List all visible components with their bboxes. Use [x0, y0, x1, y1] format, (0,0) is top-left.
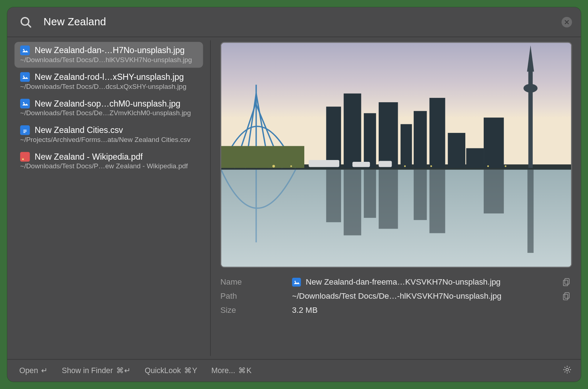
svg-point-57 [566, 368, 569, 371]
meta-value-path: ~/Downloads/Test Docs/De…-hlKVSVKH7No-un… [292, 291, 553, 301]
svg-rect-36 [326, 170, 341, 222]
show-in-finder-action[interactable]: Show in Finder ⌘↵ [62, 366, 131, 375]
svg-rect-39 [379, 170, 398, 229]
result-path: ~/Downloads/Test Docs/De…ZVmvKlchM0-unsp… [20, 109, 198, 117]
result-title: New Zealand-sop…chM0-unsplash.jpg [35, 99, 180, 108]
search-window: New Zealand-dan-…H7No-unsplash.jpg~/Down… [7, 7, 581, 382]
image-file-icon [20, 99, 30, 108]
copy-name-button[interactable] [561, 278, 572, 286]
svg-point-47 [404, 165, 406, 167]
shortcut-more: ⌘K [238, 366, 252, 375]
svg-rect-24 [528, 67, 533, 168]
svg-rect-56 [563, 294, 568, 300]
shortcut-show-in-finder: ⌘↵ [116, 366, 131, 375]
image-file-icon [292, 277, 301, 286]
result-title: New Zealand-rod-l…xSHY-unsplash.jpg [35, 72, 184, 82]
clear-search-button[interactable] [562, 17, 572, 27]
svg-rect-7 [23, 130, 27, 130]
svg-rect-9 [23, 132, 26, 133]
settings-button[interactable] [562, 365, 572, 376]
svg-rect-19 [414, 111, 427, 168]
detail-panel: Name New Zealand-dan-freema…KVSVKH7No-un… [211, 37, 581, 359]
svg-rect-42 [484, 170, 504, 213]
svg-point-46 [290, 165, 292, 167]
svg-point-49 [487, 165, 489, 167]
meta-label-path: Path [220, 291, 285, 301]
result-item[interactable]: New Zealand Cities.csv~/Projects/Archive… [14, 122, 203, 147]
svg-rect-23 [466, 148, 484, 168]
svg-rect-54 [563, 280, 568, 286]
search-input[interactable] [44, 16, 550, 29]
result-item[interactable]: New Zealand - Wikipedia.pdf~/Downloads/T… [14, 148, 203, 174]
svg-point-48 [430, 165, 432, 167]
shortcut-open: ↵ [41, 366, 48, 375]
result-path: ~/Downloads/Test Docs/D…hlKVSVKH7No-unsp… [20, 56, 198, 64]
results-list[interactable]: New Zealand-dan-…H7No-unsplash.jpg~/Down… [7, 37, 210, 359]
svg-point-6 [23, 102, 25, 104]
svg-rect-41 [430, 170, 445, 233]
meta-label-size: Size [220, 306, 285, 315]
svg-rect-33 [309, 160, 339, 167]
svg-point-45 [273, 165, 275, 167]
image-file-icon [20, 72, 30, 82]
svg-point-4 [23, 49, 25, 50]
footer-actions: Open ↵ Show in Finder ⌘↵ QuickLook ⌘Y Mo… [7, 359, 581, 381]
document-file-icon [20, 125, 30, 135]
svg-rect-17 [379, 102, 398, 168]
result-item[interactable]: New Zealand-sop…chM0-unsplash.jpg~/Downl… [14, 95, 203, 121]
result-path: ~/Projects/Archived/Forms…ata/New Zealan… [20, 136, 198, 144]
content-split: New Zealand-dan-…H7No-unsplash.jpg~/Down… [7, 37, 581, 359]
preview-image [220, 42, 572, 268]
result-title: New Zealand-dan-…H7No-unsplash.jpg [35, 46, 185, 55]
result-path: ~/Downloads/Test Docs/D…dcsLxQxSHY-unspl… [20, 83, 198, 91]
file-metadata: Name New Zealand-dan-freema…KVSVKH7No-un… [220, 277, 572, 315]
svg-point-50 [505, 165, 506, 167]
shortcut-quicklook: ⌘Y [184, 366, 198, 375]
pdf-file-icon [20, 152, 30, 162]
meta-value-name: New Zealand-dan-freema…KVSVKH7No-unsplas… [292, 277, 553, 287]
svg-rect-35 [379, 161, 392, 167]
svg-rect-38 [364, 170, 376, 218]
svg-point-5 [23, 75, 25, 77]
copy-path-button[interactable] [561, 292, 572, 300]
svg-rect-43 [527, 170, 533, 253]
result-item[interactable]: New Zealand-dan-…H7No-unsplash.jpg~/Down… [14, 42, 203, 68]
result-path: ~/Downloads/Test Docs/P…ew Zealand - Wik… [20, 163, 198, 170]
svg-rect-37 [344, 170, 361, 235]
svg-rect-14 [326, 107, 341, 168]
svg-rect-16 [364, 113, 376, 168]
result-title: New Zealand Cities.csv [35, 125, 123, 135]
open-action[interactable]: Open ↵ [19, 366, 48, 375]
search-icon [19, 16, 32, 29]
meta-value-size: 3.2 MB [292, 306, 553, 315]
svg-rect-20 [430, 98, 445, 168]
quicklook-action[interactable]: QuickLook ⌘Y [145, 366, 198, 375]
result-title: New Zealand - Wikipedia.pdf [35, 152, 143, 162]
svg-rect-55 [565, 293, 569, 298]
svg-rect-8 [23, 131, 27, 132]
svg-rect-18 [401, 124, 412, 168]
result-item[interactable]: New Zealand-rod-l…xSHY-unsplash.jpg~/Dow… [14, 69, 203, 94]
svg-rect-34 [352, 162, 370, 167]
svg-rect-40 [414, 170, 427, 220]
svg-rect-32 [221, 146, 304, 168]
svg-point-26 [523, 84, 537, 92]
svg-rect-22 [484, 118, 504, 168]
svg-rect-15 [344, 94, 361, 168]
svg-rect-53 [565, 278, 569, 284]
search-bar [7, 7, 581, 37]
more-action[interactable]: More... ⌘K [212, 366, 252, 375]
svg-point-52 [295, 281, 296, 282]
svg-rect-21 [448, 133, 465, 168]
meta-label-name: Name [220, 277, 285, 287]
svg-line-1 [28, 24, 31, 27]
image-file-icon [20, 46, 30, 55]
